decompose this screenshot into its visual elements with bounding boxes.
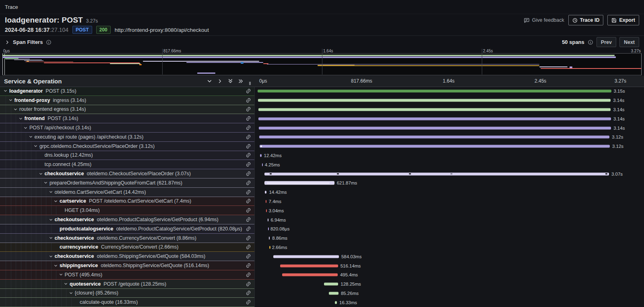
- collapse-one-icon[interactable]: [206, 78, 213, 84]
- span-bar[interactable]: [264, 181, 334, 185]
- span-name-cell[interactable]: loadgeneratorPOST (3.15s): [0, 87, 254, 96]
- collapse-all-icon[interactable]: [227, 78, 233, 84]
- expand-chevron-icon[interactable]: [54, 199, 60, 203]
- span-bar[interactable]: [264, 172, 609, 175]
- span-bar[interactable]: [258, 99, 611, 102]
- expand-all-icon[interactable]: [238, 78, 244, 84]
- span-name-cell[interactable]: grpc.oteldemo.CheckoutService/PlaceOrder…: [0, 142, 254, 151]
- expand-one-icon[interactable]: [217, 78, 223, 84]
- span-bar[interactable]: [268, 228, 269, 230]
- expand-chevron-icon[interactable]: [49, 236, 55, 240]
- expand-chevron-icon[interactable]: [54, 263, 60, 268]
- span-bar-cell[interactable]: 8.86ms: [254, 234, 644, 243]
- span-name-cell[interactable]: POST (495.4ms): [0, 270, 254, 280]
- span-name-cell[interactable]: currencyserviceCurrencyService/Convert (…: [0, 243, 254, 252]
- expand-chevron-icon[interactable]: [49, 218, 55, 222]
- span-bar-cell[interactable]: 4.25ms: [254, 160, 644, 169]
- span-bar-cell[interactable]: 128.25ms: [254, 280, 644, 289]
- span-bar[interactable]: [265, 191, 266, 194]
- span-name-cell[interactable]: cartservicePOST /oteldemo.CartService/Ge…: [0, 197, 254, 206]
- span-name-cell[interactable]: checkoutserviceoteldemo.CheckoutService/…: [0, 169, 254, 178]
- span-link-icon[interactable]: [246, 198, 251, 204]
- span-bar[interactable]: [282, 274, 338, 276]
- span-name-cell[interactable]: quoteservicePOST /getquote (128.25ms): [0, 280, 254, 289]
- span-bar[interactable]: [269, 237, 270, 240]
- span-bar[interactable]: [269, 246, 270, 249]
- span-name-cell[interactable]: frontend-proxyingress (3.14s): [0, 96, 254, 105]
- expand-chevron-icon[interactable]: [33, 144, 39, 148]
- span-name-cell[interactable]: {closure} (85.26ms): [0, 289, 254, 298]
- span-name-cell[interactable]: shippingserviceoteldemo.ShippingService/…: [0, 261, 254, 270]
- span-link-icon[interactable]: [246, 299, 251, 305]
- span-bar-cell[interactable]: 3.15s: [254, 87, 644, 96]
- span-bar[interactable]: [280, 264, 338, 267]
- span-bar-cell[interactable]: 7.4ms: [254, 197, 644, 206]
- span-bar[interactable]: [259, 127, 611, 129]
- span-link-icon[interactable]: [246, 217, 251, 222]
- expand-chevron-icon[interactable]: [3, 89, 9, 93]
- span-name-cell[interactable]: router frontend egress (3.14s): [0, 105, 254, 114]
- span-link-icon[interactable]: [246, 281, 251, 287]
- span-link-icon[interactable]: [246, 272, 251, 278]
- span-bar-cell[interactable]: 3.14s: [254, 105, 644, 114]
- span-link-icon[interactable]: [246, 152, 251, 158]
- span-bar[interactable]: [259, 136, 609, 139]
- span-bar-cell[interactable]: 495.4ms: [254, 270, 644, 280]
- span-name-cell[interactable]: oteldemo.CartService/GetCart (14.42ms): [0, 188, 254, 197]
- span-bar-cell[interactable]: 3.07s: [254, 169, 644, 178]
- span-link-icon[interactable]: [246, 97, 251, 103]
- span-name-cell[interactable]: tcp.connect (4.25ms): [0, 160, 254, 169]
- prev-span-button[interactable]: Prev: [597, 37, 616, 47]
- span-link-icon[interactable]: [246, 290, 251, 296]
- span-name-cell[interactable]: calculate-quote (16.33ms): [0, 298, 254, 307]
- span-bar-cell[interactable]: 3.12s: [254, 142, 644, 151]
- span-bar-cell[interactable]: 516.14ms: [254, 261, 644, 270]
- span-bar-cell[interactable]: 3.12s: [254, 133, 644, 142]
- expand-chevron-icon[interactable]: [59, 272, 65, 277]
- span-bar[interactable]: [268, 218, 269, 221]
- span-link-icon[interactable]: [246, 180, 251, 186]
- span-link-icon[interactable]: [246, 143, 251, 149]
- expand-chevron-icon[interactable]: [19, 116, 25, 121]
- span-link-icon[interactable]: [246, 88, 251, 94]
- expand-chevron-icon[interactable]: [23, 126, 29, 130]
- trace-id-button[interactable]: Trace ID: [568, 15, 604, 25]
- minimap-right-handle[interactable]: [641, 54, 642, 75]
- span-link-icon[interactable]: [246, 134, 251, 140]
- expand-chevron-icon[interactable]: [39, 172, 45, 176]
- span-name-cell[interactable]: checkoutserviceoteldemo.CurrencyService/…: [0, 234, 254, 243]
- expand-chevron-icon[interactable]: [43, 180, 50, 185]
- span-bar-cell[interactable]: 6.94ms: [254, 215, 644, 224]
- span-name-cell[interactable]: productcatalogserviceoteldemo.ProductCat…: [0, 224, 254, 234]
- span-bar-cell[interactable]: 3.04ms: [254, 206, 644, 215]
- span-link-icon[interactable]: [246, 116, 251, 121]
- span-bar[interactable]: [266, 200, 267, 203]
- span-name-cell[interactable]: HGET (3.04ms): [0, 206, 254, 215]
- span-name-cell[interactable]: frontendPOST (3.14s): [0, 114, 254, 123]
- expand-chevron-icon[interactable]: [49, 254, 55, 259]
- column-resize-grip[interactable]: [247, 81, 253, 87]
- span-bar-cell[interactable]: 12.42ms: [254, 151, 644, 160]
- span-bar[interactable]: [324, 283, 339, 286]
- span-name-cell[interactable]: prepareOrderItemsAndShippingQuoteFromCar…: [0, 178, 254, 188]
- span-bar[interactable]: [273, 255, 339, 258]
- span-name-cell[interactable]: POST /api/checkout (3.14s): [0, 123, 254, 133]
- span-bar-cell[interactable]: 14.42ms: [254, 188, 644, 197]
- trace-minimap[interactable]: [2, 53, 642, 75]
- span-bar-cell[interactable]: 3.14s: [254, 114, 644, 123]
- span-link-icon[interactable]: [246, 125, 251, 131]
- expand-chevron-icon[interactable]: [8, 98, 14, 102]
- span-bar[interactable]: [260, 145, 610, 148]
- span-link-icon[interactable]: [246, 106, 251, 112]
- span-link-icon[interactable]: [246, 189, 251, 195]
- expand-chevron-icon[interactable]: [49, 190, 55, 194]
- next-span-button[interactable]: Next: [619, 37, 639, 47]
- span-link-icon[interactable]: [246, 263, 251, 268]
- span-name-cell[interactable]: executing api route (pages) /api/checkou…: [0, 133, 254, 142]
- span-bar[interactable]: [260, 154, 261, 157]
- span-bar[interactable]: [262, 163, 263, 166]
- span-bar[interactable]: [258, 108, 611, 111]
- span-filters-toggle[interactable]: Span Filters: [5, 39, 52, 45]
- span-bar[interactable]: [258, 117, 611, 120]
- span-link-icon[interactable]: [246, 253, 251, 259]
